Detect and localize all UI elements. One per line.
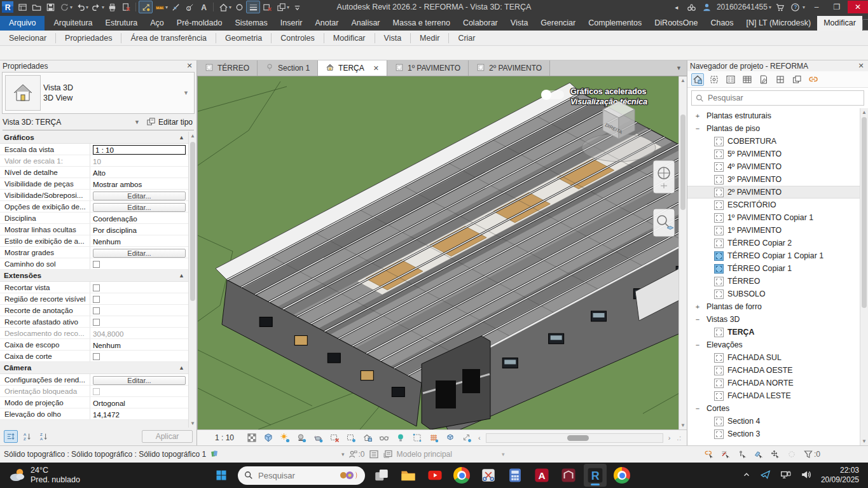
help-icon[interactable]: ? [789, 1, 803, 13]
zoom-button[interactable] [653, 209, 675, 237]
property-value[interactable]: Alto [90, 167, 188, 178]
tree-item-plantas-de-piso[interactable]: −Plantas de piso [687, 122, 860, 135]
select-pinned-icon[interactable] [737, 449, 747, 459]
weather-widget[interactable]: 24°CPred. nublado [0, 466, 210, 485]
main-model-select[interactable]: Modelo principal▾ [397, 450, 505, 459]
close-hidden-windows-icon[interactable] [260, 1, 274, 13]
instance-dropdown-icon[interactable]: ▼ [134, 119, 140, 125]
youtube-icon[interactable] [424, 464, 446, 487]
user-icon[interactable] [700, 1, 714, 13]
sort-za-button[interactable]: ZA [37, 430, 51, 443]
tree-item-fachada-leste[interactable]: FACHADA LESTE [687, 389, 860, 402]
ribbon-tab-a-o[interactable]: Aço [144, 16, 170, 31]
volume-icon[interactable] [801, 469, 812, 482]
checkbox[interactable] [93, 307, 100, 314]
properties-close-icon[interactable]: ✕ [185, 62, 194, 70]
ribbon-tab-gerenciar[interactable]: Gerenciar [534, 16, 582, 31]
collapse-icon[interactable]: ▲ [179, 272, 184, 279]
snap-off-icon[interactable] [787, 449, 797, 459]
default-3d-view-icon-dropdown[interactable]: ▾ [229, 4, 231, 10]
edit-button[interactable]: Editar... [93, 249, 186, 258]
print-icon[interactable] [105, 1, 119, 13]
tree-item-vistas-3d[interactable]: −Vistas 3D [687, 313, 860, 326]
file-explorer-icon[interactable] [397, 464, 420, 487]
ribbon-panel-selecionar[interactable]: Selecionar [0, 34, 55, 43]
undo-icon-dropdown[interactable]: ▾ [86, 4, 88, 10]
measure-icon-dropdown[interactable]: ▾ [165, 4, 168, 10]
tree-item-ter-a[interactable]: TERÇA [687, 326, 860, 338]
maximize-button[interactable]: ❐ [827, 1, 846, 13]
taskbar-search[interactable] [238, 466, 365, 485]
start-button[interactable] [210, 464, 233, 487]
select-links-icon[interactable] [704, 449, 714, 459]
tab-list-icon[interactable]: ▼ [676, 65, 682, 71]
ribbon-panel-medir[interactable]: Medir [411, 34, 448, 43]
checkbox[interactable] [93, 261, 100, 268]
design-options-icon[interactable] [383, 449, 393, 459]
groups-icon[interactable] [790, 73, 803, 86]
edit-type-button[interactable]: Editar tipo [146, 117, 193, 127]
ribbon-tab-massa-e-terreno[interactable]: Massa e terreno [387, 16, 457, 31]
aligned-dimension-icon[interactable] [139, 1, 153, 13]
tree-item-fachada-sul[interactable]: FACHADA SUL [687, 351, 860, 364]
ribbon-panel--rea-de-transfer-ncia[interactable]: Área de transferência [121, 34, 216, 43]
tree-item-t-rreo-copiar-2[interactable]: TÉRREO Copiar 2 [687, 237, 860, 249]
filters-icon[interactable]: :0 [803, 449, 820, 459]
ribbon-tab-sistemas[interactable]: Sistemas [228, 16, 273, 31]
property-value[interactable]: Ortogonal [90, 397, 188, 408]
hscroll-left-icon[interactable]: ‹ [476, 434, 483, 442]
tree-item-1-pavimento-copiar-1[interactable]: 1º PAVIMENTO Copiar 1 [687, 211, 860, 224]
scroll-down-icon[interactable]: ▼ [860, 437, 868, 445]
tree-item-eleva-es[interactable]: −Elevações [687, 338, 860, 351]
ribbon-panel-geometria[interactable]: Geometria [216, 34, 271, 43]
tables-icon[interactable] [741, 73, 754, 86]
ribbon-tab-anotar[interactable]: Anotar [309, 16, 345, 31]
ribbon-tab-modificar[interactable]: Modificar [817, 16, 862, 31]
tree-item-plantas-estruturais[interactable]: +Plantas estruturais [687, 109, 860, 122]
checkbox[interactable] [93, 319, 100, 326]
search-input[interactable] [708, 94, 860, 102]
drag-elements-icon[interactable] [770, 449, 780, 459]
tree-item-section-4[interactable]: Section 4 [687, 415, 860, 428]
tray-chevron-icon[interactable] [742, 470, 751, 481]
canvas-vscrollbar[interactable]: ▲ ▼ [679, 76, 687, 429]
select-by-face-icon[interactable] [754, 449, 764, 459]
links-icon[interactable] [807, 73, 820, 86]
close-button[interactable]: ✕ [848, 1, 868, 13]
property-value[interactable]: Por disciplina [90, 224, 188, 235]
property-value[interactable]: Coordenação [90, 213, 188, 223]
ribbon-panel-modificar[interactable]: Modificar [324, 34, 375, 43]
locked-3d-icon[interactable] [360, 431, 375, 445]
scroll-up-icon[interactable]: ▲ [189, 132, 196, 140]
browser-search[interactable] [691, 90, 864, 106]
constraints-icon[interactable] [459, 431, 474, 445]
type-selector[interactable]: Vista 3D3D View ▼ [2, 72, 195, 114]
editable-only-icon[interactable]: :0 [348, 450, 365, 459]
tree-item-plantas-de-forro[interactable]: +Plantas de forro [687, 300, 860, 313]
sync-icon-dropdown[interactable]: ▾ [70, 4, 72, 10]
close-tab-icon[interactable]: ✕ [373, 64, 379, 73]
tree-item-section-3[interactable]: Section 3 [687, 428, 860, 440]
ribbon-tab-vista[interactable]: Vista [504, 16, 535, 31]
views-icon[interactable] [691, 73, 704, 86]
property-value[interactable]: 10 [90, 155, 188, 166]
viewport[interactable]: Gráficos aceleradosVisualização técnicaD… [197, 76, 687, 429]
worksets-icon[interactable] [369, 449, 379, 459]
section-icon[interactable] [169, 1, 183, 13]
tree-expander[interactable]: + [694, 112, 701, 120]
crop-view-icon[interactable] [327, 431, 342, 445]
default-3d-view-icon[interactable] [216, 1, 230, 13]
properties-scrollbar[interactable]: ▲ ▼ [188, 132, 196, 428]
tree-expander[interactable]: + [694, 303, 701, 310]
redo-icon[interactable] [89, 1, 103, 13]
ribbon-tab-pr-moldado[interactable]: Pré-moldado [170, 16, 229, 31]
ribbon-display-toggle[interactable]: ▭ ▾ [862, 19, 868, 31]
browser-scrollbar[interactable]: ▲ ▼ [860, 108, 868, 445]
chrome-2-icon[interactable] [610, 464, 633, 487]
ribbon-tab-colaborar[interactable]: Colaborar [457, 16, 504, 31]
tree-item-t-rreo[interactable]: TÉRREO [687, 275, 860, 288]
ribbon-tab-arquivo[interactable]: Arquivo [0, 16, 45, 31]
red-app-icon[interactable] [557, 464, 580, 487]
ribbon-panel-propriedades[interactable]: Propriedades [56, 34, 121, 43]
crop-region-icon[interactable] [343, 431, 359, 445]
